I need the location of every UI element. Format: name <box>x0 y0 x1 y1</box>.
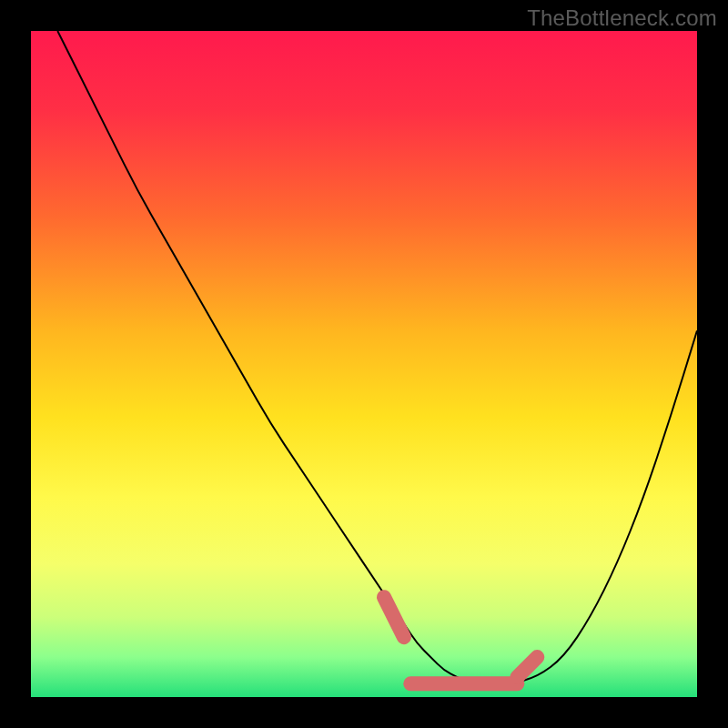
gradient-background <box>31 31 697 697</box>
plot-area <box>31 31 697 697</box>
watermark-text: TheBottleneck.com <box>527 5 717 31</box>
chart-container: TheBottleneck.com <box>0 0 728 728</box>
bottleneck-chart <box>31 31 697 697</box>
